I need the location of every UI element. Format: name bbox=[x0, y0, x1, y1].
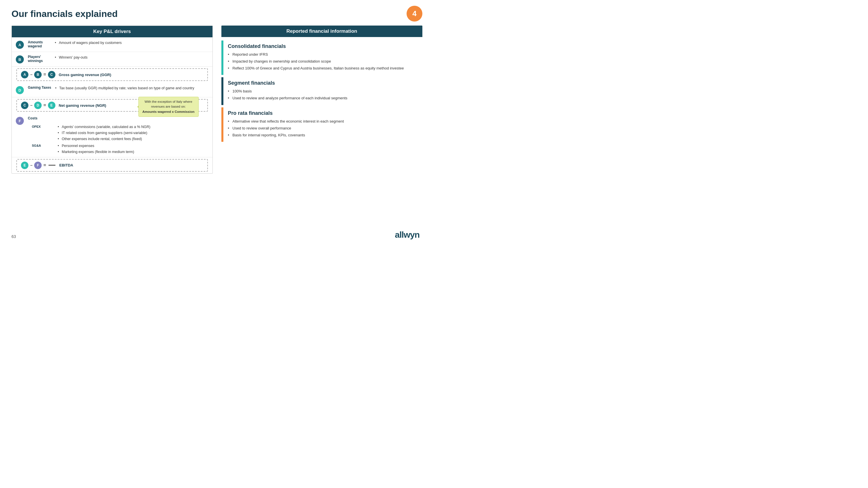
bullets-consolidated: Reported under IFRS Impacted by changes … bbox=[228, 52, 418, 71]
tooltip-bubble: With the exception of Italy whererevenue… bbox=[138, 97, 199, 117]
label-d: Gaming Taxes bbox=[28, 86, 51, 90]
formula-op-minus3: − bbox=[30, 163, 32, 168]
desc-d: Tax base (usually GGR) multiplied by rat… bbox=[55, 86, 194, 92]
page-title: Our financials explained bbox=[11, 9, 422, 19]
formula-badge-e: E bbox=[48, 102, 55, 109]
logo-text: allwyn bbox=[395, 230, 420, 239]
bullets-segment: 100% basis Used to review and analyze pe… bbox=[228, 89, 418, 101]
formula-equals1: = bbox=[43, 72, 46, 77]
accent-prorata bbox=[221, 107, 223, 142]
badge-f: F bbox=[16, 117, 24, 125]
label-costs: Costs bbox=[28, 116, 51, 120]
formula-ngr-wrapper: C − D = E Net gaming revenue (NGR) With … bbox=[12, 97, 213, 113]
content-consolidated: Consolidated financials Reported under I… bbox=[223, 40, 423, 75]
section-consolidated: Consolidated financials Reported under I… bbox=[221, 40, 423, 75]
row-a: A Amountswagered Amount of wagers placed… bbox=[12, 37, 213, 52]
opex-bullets: Agents' commissions (variable, calculate… bbox=[58, 124, 209, 142]
sga-bullets: Personnel expenses Marketing expenses (f… bbox=[58, 143, 209, 155]
section-prorata: Pro rata financials Alternative view tha… bbox=[221, 107, 423, 142]
page-number-badge: 4 bbox=[407, 6, 422, 22]
row-d: D Gaming Taxes Tax base (usually GGR) mu… bbox=[12, 83, 213, 97]
title-consolidated: Consolidated financials bbox=[228, 43, 418, 50]
formula-label-ggr: Gross gaming revenue (GGR) bbox=[59, 73, 112, 77]
content-prorata: Pro rata financials Alternative view tha… bbox=[223, 107, 423, 142]
right-sections: Consolidated financials Reported under I… bbox=[221, 40, 423, 142]
left-column: Key P&L drivers A Amountswagered Amount … bbox=[11, 26, 213, 232]
title-segment: Segment financials bbox=[228, 80, 418, 86]
formula-op-minus1: − bbox=[30, 72, 32, 77]
formula-ggr-wrapper: A − B = C Gross gaming revenue (GGR) bbox=[12, 67, 213, 83]
row-b: B Players'winnings Winners' pay-outs bbox=[12, 52, 213, 67]
opex-sga-grid: OPEX Agents' commissions (variable, calc… bbox=[32, 124, 209, 155]
left-panel-header: Key P&L drivers bbox=[12, 26, 213, 37]
badge-a: A bbox=[16, 41, 24, 49]
badge-d: D bbox=[16, 86, 24, 94]
right-panel-header: Reported financial information bbox=[221, 26, 423, 37]
formula-badge-d: D bbox=[34, 102, 42, 109]
title-prorata: Pro rata financials bbox=[228, 110, 418, 116]
formula-label-ebitda: EBITDA bbox=[59, 163, 73, 167]
formula-badge-e2: E bbox=[21, 162, 28, 169]
label-b: Players'winnings bbox=[28, 55, 51, 63]
sga-label: SG&A bbox=[32, 143, 55, 147]
formula-ggr: A − B = C Gross gaming revenue (GGR) bbox=[17, 68, 208, 81]
formula-op-minus2: − bbox=[30, 103, 32, 108]
formula-badge-c2: C bbox=[21, 102, 28, 109]
badge-b: B bbox=[16, 56, 24, 63]
formula-ebitda-wrapper: E − F = EBITDA bbox=[12, 157, 213, 173]
formula-badge-c: C bbox=[48, 71, 55, 78]
ebitda-equals-bar bbox=[49, 165, 55, 166]
page: 4 Our financials explained Key P&L drive… bbox=[0, 0, 434, 244]
formula-ngr: C − D = E Net gaming revenue (NGR) With … bbox=[17, 99, 208, 112]
content-columns: Key P&L drivers A Amountswagered Amount … bbox=[11, 26, 422, 232]
accent-consolidated bbox=[221, 40, 223, 75]
section-segment: Segment financials 100% basis Used to re… bbox=[221, 77, 423, 105]
opex-label: OPEX bbox=[32, 124, 55, 128]
row-costs: F Costs OPEX Agents' commissions (variab… bbox=[12, 113, 213, 157]
footer-page-number: 63 bbox=[11, 234, 16, 239]
content-segment: Segment financials 100% basis Used to re… bbox=[223, 77, 423, 105]
right-column: Reported financial information Consolida… bbox=[221, 26, 423, 232]
desc-a: Amount of wagers placed by customers bbox=[55, 40, 122, 46]
bullets-prorata: Alternative view that reflects the econo… bbox=[228, 119, 418, 138]
formula-badge-f: F bbox=[34, 162, 42, 169]
formula-badge-a: A bbox=[21, 71, 28, 78]
desc-b: Winners' pay-outs bbox=[55, 55, 88, 61]
label-a: Amountswagered bbox=[28, 40, 51, 48]
formula-equals2: = bbox=[43, 103, 46, 108]
formula-equals3: = bbox=[43, 163, 46, 168]
formula-label-ngr: Net gaming revenue (NGR) bbox=[59, 103, 106, 108]
formula-ebitda: E − F = EBITDA bbox=[17, 159, 208, 172]
left-panel: Key P&L drivers A Amountswagered Amount … bbox=[11, 26, 213, 174]
allwyn-logo: allwyn bbox=[395, 229, 420, 240]
accent-segment bbox=[221, 77, 223, 105]
formula-badge-b: B bbox=[34, 71, 42, 78]
